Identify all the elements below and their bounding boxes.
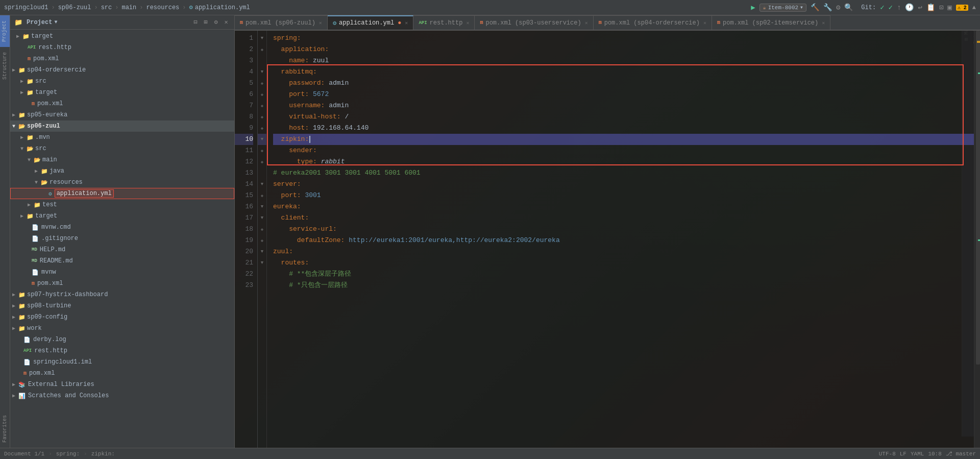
tree-item-src-sp06[interactable]: ▼ 📂 src bbox=[10, 143, 234, 154]
breadcrumb-sp06[interactable]: sp06-zuul bbox=[58, 4, 91, 11]
tree-item-src-sp04[interactable]: ▶ 📁 src bbox=[10, 76, 234, 87]
breadcrumb-main[interactable]: main bbox=[121, 4, 136, 11]
tab-rest-http[interactable]: API rest.http ✕ bbox=[413, 15, 475, 30]
project-toolbar: ⊟ ⊞ ⚙ ✕ bbox=[191, 18, 230, 27]
tree-item-external-libs[interactable]: ▶ 📚 External Libraries bbox=[10, 379, 234, 390]
tree-item-resources[interactable]: ▼ 📂 resources bbox=[10, 177, 234, 188]
git-icon-6[interactable]: 📋 bbox=[926, 3, 935, 12]
tree-item-java[interactable]: ▶ 📁 java bbox=[10, 165, 234, 177]
fold-17[interactable]: ▼ bbox=[258, 212, 266, 224]
tree-item-derby-log[interactable]: 📄 derby.log bbox=[10, 334, 234, 345]
git-icon-5[interactable]: ↩ bbox=[918, 3, 922, 12]
tree-item-target-sp06[interactable]: ▶ 📁 target bbox=[10, 210, 234, 222]
fold-1[interactable]: ▼ bbox=[258, 33, 266, 44]
git-icon-3[interactable]: ↑ bbox=[897, 4, 901, 12]
project-caret[interactable]: ▼ bbox=[54, 19, 57, 25]
tree-item-sp09[interactable]: ▶ 📁 sp09-config bbox=[10, 311, 234, 323]
tab-close-pom-sp04[interactable]: ✕ bbox=[703, 20, 706, 26]
warn-badge[interactable]: ⚠ 2 bbox=[956, 5, 968, 11]
status-bar: Document 1/1 › spring: › zipkin: UTF-8 L… bbox=[0, 448, 980, 459]
tab-pom-sp04[interactable]: m pom.xml (sp04-ordersercie) ✕ bbox=[594, 15, 712, 30]
fold-14[interactable]: ▼ bbox=[258, 179, 266, 190]
tree-item-mvnw-cmd[interactable]: 📄 mvnw.cmd bbox=[10, 222, 234, 233]
tree-item-help-md[interactable]: MD HELP.md bbox=[10, 244, 234, 255]
fold-16[interactable]: ▼ bbox=[258, 201, 266, 212]
toolbar-icon-2[interactable]: 🔧 bbox=[823, 3, 832, 12]
tree-item-test[interactable]: ▶ 📁 test bbox=[10, 199, 234, 210]
collapse-all-icon[interactable]: ⊟ bbox=[191, 18, 200, 27]
toolbar-icon-1[interactable]: 🔨 bbox=[811, 3, 819, 12]
tree-item-rest-http-root[interactable]: API rest.http bbox=[10, 345, 234, 356]
status-right: UTF-8 LF YAML 10:8 ⎇ master bbox=[879, 450, 976, 457]
tree-item-rest-http[interactable]: API rest.http bbox=[10, 42, 234, 53]
tabs-bar: m pom.xml (sp06-zuul) ✕ ⚙ application.ym… bbox=[235, 15, 980, 31]
tree-item-application-yml[interactable]: ⚙ application.yml bbox=[10, 188, 234, 199]
tree-item-sp04[interactable]: ▶ 📁 sp04-ordersercie bbox=[10, 64, 234, 76]
item-badge[interactable]: ☕ Item-8002 ▼ bbox=[760, 4, 806, 12]
breadcrumb-yml[interactable]: application.yml bbox=[195, 4, 250, 11]
git-icon-7[interactable]: ⊡ bbox=[939, 3, 943, 12]
tree-item-springcloud-iml[interactable]: 📄 springcloud1.iml bbox=[10, 356, 234, 368]
breadcrumb-file: ⚙ bbox=[189, 4, 192, 11]
run-icon[interactable]: ▶ bbox=[751, 3, 755, 12]
tree-item-pom1[interactable]: m pom.xml bbox=[10, 53, 234, 64]
breadcrumb-springcloud[interactable]: springcloud1 bbox=[4, 4, 48, 11]
tab-close-pom-sp03[interactable]: ✕ bbox=[585, 20, 588, 26]
scroll-thumb[interactable] bbox=[976, 31, 980, 365]
item-icon: ☕ bbox=[763, 5, 766, 11]
tab-label-rest: rest.http bbox=[430, 19, 463, 27]
fold-10[interactable]: ▼ bbox=[258, 134, 266, 145]
tree-item-work[interactable]: ▶ 📁 work bbox=[10, 323, 234, 334]
toolbar-icon-3[interactable]: ⚙ bbox=[836, 3, 840, 12]
tree-item-pom-root[interactable]: m pom.xml bbox=[10, 368, 234, 379]
tree-item-gitignore[interactable]: 📄 .gitignore bbox=[10, 233, 234, 244]
tab-pom-sp06[interactable]: m pom.xml (sp06-zuul) ✕ bbox=[235, 15, 328, 30]
toolbar-icon-4[interactable]: 🔍 bbox=[844, 3, 853, 12]
code-line-23: # *只包含一层路径 bbox=[273, 280, 974, 291]
git-icon-4[interactable]: 🕐 bbox=[905, 3, 914, 12]
tab-pom-sp02[interactable]: m pom.xml (sp02-itemservice) ✕ bbox=[712, 15, 830, 30]
tree-item-sp07[interactable]: ▶ 📁 sp07-hystrix-dashboard bbox=[10, 289, 234, 300]
expand-all-icon[interactable]: ⊞ bbox=[202, 18, 210, 27]
tab-close-rest[interactable]: ✕ bbox=[466, 20, 469, 26]
settings-icon[interactable]: ⚙ bbox=[212, 18, 220, 27]
tab-pom-sp03[interactable]: m pom.xml (sp03-userservice) ✕ bbox=[475, 15, 593, 30]
tree-item-pom-sp04[interactable]: m pom.xml bbox=[10, 98, 234, 109]
breadcrumb-src[interactable]: src bbox=[101, 4, 112, 11]
tab-application-yml[interactable]: ⚙ application.yml ● ✕ bbox=[328, 15, 414, 30]
git-check-2[interactable]: ✓ bbox=[889, 3, 893, 12]
tree-item-pom-sp06-file[interactable]: m pom.xml bbox=[10, 278, 234, 289]
tree-item-sp08[interactable]: ▶ 📁 sp08-turbine bbox=[10, 300, 234, 311]
code-line-22: # **包含深层子路径 bbox=[273, 269, 974, 280]
git-icon-8[interactable]: ▣ bbox=[947, 3, 951, 12]
fold-20[interactable]: ▼ bbox=[258, 246, 266, 257]
project-folder-icon: 📁 bbox=[14, 18, 22, 27]
tree-item-sp06[interactable]: ▼ 📂 sp06-zuul bbox=[10, 120, 234, 132]
tree-item-target[interactable]: ▶ 📁 target bbox=[10, 31, 234, 42]
tab-close-yaml[interactable]: ✕ bbox=[405, 20, 408, 26]
tab-close-pom-sp02[interactable]: ✕ bbox=[822, 20, 825, 26]
git-check-1[interactable]: ✓ bbox=[880, 3, 884, 12]
tree-item-target-sp04[interactable]: ▶ 📁 target bbox=[10, 87, 234, 98]
close-panel-icon[interactable]: ✕ bbox=[222, 18, 230, 27]
tree-item-sp05[interactable]: ▶ 📁 sp05-eureka bbox=[10, 109, 234, 120]
favorites-panel-label[interactable]: Favorites bbox=[1, 410, 9, 448]
tree-item-scratches[interactable]: ▶ 📊 Scratches and Consoles bbox=[10, 390, 234, 401]
fold-21[interactable]: ▼ bbox=[258, 257, 266, 269]
top-bar: springcloud1 › sp06-zuul › src › main › … bbox=[0, 0, 980, 15]
tree-item-mvn[interactable]: ▶ 📁 .mvn bbox=[10, 132, 234, 143]
minimap-scrollbar[interactable] bbox=[974, 31, 980, 448]
structure-panel-label[interactable]: Structure bbox=[1, 47, 9, 85]
fold-4[interactable]: ▼ bbox=[258, 66, 266, 78]
breadcrumb-resources[interactable]: resources bbox=[146, 4, 179, 11]
code-area[interactable]: spring: application: name: zuul rabbitmq… bbox=[267, 31, 974, 448]
project-panel-label[interactable]: Project bbox=[0, 15, 10, 47]
expand-icon[interactable]: ▲ bbox=[972, 4, 976, 11]
top-bar-right: ▶ ☕ Item-8002 ▼ 🔨 🔧 ⚙ 🔍 Git: ✓ ✓ ↑ 🕐 ↩ 📋… bbox=[751, 3, 976, 12]
status-encoding: UTF-8 bbox=[879, 451, 896, 457]
tree-item-main[interactable]: ▼ 📂 main bbox=[10, 154, 234, 165]
tree-item-mvnw[interactable]: 📄 mvnw bbox=[10, 267, 234, 278]
code-line-8: virtual-host: / bbox=[273, 111, 974, 123]
tab-close-pom-sp06[interactable]: ✕ bbox=[319, 20, 322, 26]
tree-item-readme-md[interactable]: MD README.md bbox=[10, 255, 234, 267]
